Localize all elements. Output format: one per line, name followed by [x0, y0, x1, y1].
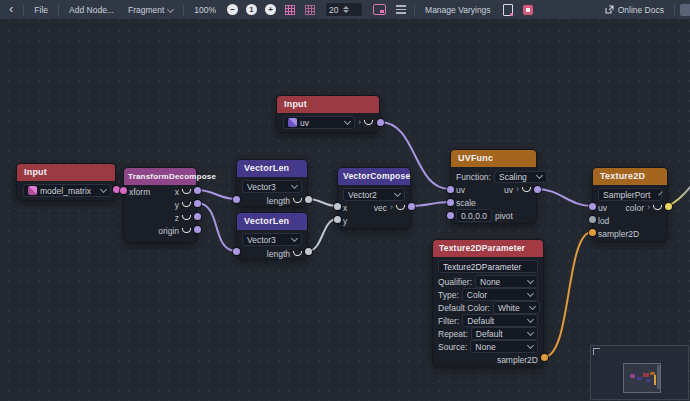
node-title[interactable]: TransformDecompose — [124, 168, 196, 185]
preview-toggle-icon[interactable] — [182, 189, 191, 194]
expand-port-icon[interactable] — [647, 203, 650, 212]
port-out-length2[interactable] — [305, 248, 312, 255]
vector-type-select[interactable]: Vector3 — [242, 233, 302, 246]
minimap-node-marker — [637, 377, 642, 380]
node-title[interactable]: UVFunc — [451, 150, 536, 167]
node-title[interactable]: Texture2D — [593, 168, 667, 185]
vector-type-select[interactable]: Vector3 — [242, 180, 302, 193]
preview-toggle-icon[interactable] — [364, 120, 373, 125]
input-source-select[interactable]: uv — [283, 116, 355, 129]
chevron-down-icon — [344, 118, 351, 125]
port-label-length: length — [267, 196, 290, 206]
port-out-origin[interactable] — [194, 226, 201, 233]
arrange-nodes-icon[interactable] — [396, 5, 406, 14]
wire-vec-to-scale — [411, 202, 450, 206]
preview-toggle-icon[interactable] — [182, 202, 191, 207]
type-label: Type: — [438, 290, 459, 300]
minimap-node-marker — [646, 379, 650, 382]
node-title[interactable]: VectorCompose — [338, 168, 410, 185]
repeat-select[interactable]: Default — [471, 327, 538, 340]
qualifier-select[interactable]: None — [475, 275, 538, 288]
node-vector-len-2[interactable]: VectorLen Vector3 length — [236, 212, 308, 260]
port-out-length1[interactable] — [305, 196, 312, 203]
port-label-length: length — [267, 249, 290, 259]
port-out-parameter-sampler2d[interactable] — [541, 354, 548, 361]
port-in-texture2d-uv[interactable] — [589, 203, 596, 210]
chevron-down-icon — [659, 191, 663, 195]
minimap[interactable] — [590, 345, 689, 400]
expand-port-icon[interactable] — [516, 185, 519, 194]
filter-select[interactable]: Default — [462, 314, 538, 327]
port-in-vectorlen1[interactable] — [233, 196, 240, 203]
shader-code-icon[interactable] — [503, 4, 513, 16]
input-source-select[interactable]: model_matrix — [23, 184, 111, 197]
expand-port-icon[interactable] — [390, 203, 393, 212]
node-title[interactable]: Input — [277, 96, 379, 113]
zoom-out-button[interactable] — [227, 4, 238, 15]
port-in-uvfunc-pivot[interactable] — [447, 212, 454, 219]
node-title[interactable]: Input — [17, 164, 115, 181]
type-select[interactable]: Color — [462, 288, 538, 301]
node-uv-func[interactable]: UVFunc Function: Scaling uvuv scale 0.0,… — [450, 149, 537, 224]
node-texture2d-parameter[interactable]: Texture2DParameter Qualifier:None Type:C… — [432, 239, 544, 367]
node-title[interactable]: Texture2DParameter — [433, 240, 543, 257]
node-transform-decompose[interactable]: TransformDecompose xformx y z origin — [123, 167, 197, 243]
port-out-texture2d-color[interactable] — [665, 203, 672, 210]
zoom-in-button[interactable] — [265, 4, 276, 15]
node-title[interactable]: VectorLen — [237, 213, 307, 230]
minimap-corner-icon — [593, 348, 600, 355]
vector-type-select[interactable]: Vector2 — [343, 188, 405, 201]
node-texture2d[interactable]: Texture2D SamplerPort uvcolor lod sample… — [592, 167, 668, 242]
back-button[interactable] — [4, 2, 18, 17]
port-in-compose-x[interactable] — [334, 203, 341, 210]
preview-toggle-icon[interactable] — [293, 251, 302, 256]
shader-stage-dropdown[interactable]: Fragment — [123, 3, 178, 17]
source-select[interactable]: None — [470, 340, 538, 353]
snap-toggle-icon[interactable] — [285, 5, 295, 15]
preview-toggle-icon[interactable] — [653, 205, 662, 210]
port-out-y[interactable] — [194, 200, 201, 207]
node-vector-len-1[interactable]: VectorLen Vector3 length — [236, 159, 308, 207]
add-node-button[interactable]: Add Node... — [64, 3, 119, 17]
minimap-toggle-icon[interactable] — [373, 4, 386, 15]
parameter-name-input[interactable] — [438, 260, 538, 273]
port-in-texture2d-lod[interactable] — [589, 216, 596, 223]
grid-pattern-icon[interactable] — [305, 5, 315, 15]
port-in-uvfunc-scale[interactable] — [447, 199, 454, 206]
preview-toggle-icon[interactable] — [182, 228, 191, 233]
sampler-port-select[interactable]: SamplerPort — [598, 188, 662, 201]
snap-distance-spinbox[interactable]: 20 — [325, 2, 363, 17]
manage-varyings-button[interactable]: Manage Varyings — [420, 3, 496, 17]
function-select[interactable]: Scaling — [494, 171, 547, 183]
file-menu-button[interactable]: File — [29, 3, 53, 17]
node-vector-compose[interactable]: VectorCompose Vector2 xvec y — [337, 167, 411, 229]
wire-parameter-to-sampler2d — [544, 232, 592, 357]
spinbox-arrows-icon[interactable] — [343, 6, 349, 13]
port-out-model-matrix[interactable] — [113, 186, 120, 193]
online-docs-button[interactable]: Online Docs — [600, 3, 669, 17]
pivot-value-field[interactable]: 0.0,0.0 — [456, 209, 492, 222]
port-out-vec[interactable] — [408, 203, 415, 210]
port-out-uvfunc-uv[interactable] — [534, 186, 541, 193]
preview-toggle-icon[interactable] — [396, 205, 405, 210]
zoom-reset-button[interactable] — [246, 4, 257, 15]
preview-toggle-icon[interactable] — [293, 198, 302, 203]
port-in-uvfunc-uv[interactable] — [447, 186, 454, 193]
default-color-select[interactable]: White — [493, 301, 540, 314]
port-in-compose-y[interactable] — [334, 216, 341, 223]
transform3d-type-icon — [28, 186, 37, 195]
float-panel-icon[interactable] — [680, 4, 690, 16]
color-rect-icon[interactable] — [523, 5, 533, 15]
node-title[interactable]: VectorLen — [237, 160, 307, 177]
port-in-texture2d-sampler2d[interactable] — [589, 229, 596, 236]
node-input-model-matrix[interactable]: Input model_matrix — [16, 163, 116, 201]
port-out-z[interactable] — [194, 213, 201, 220]
preview-toggle-icon[interactable] — [182, 215, 191, 220]
port-in-vectorlen2[interactable] — [233, 248, 240, 255]
port-in-xform[interactable] — [120, 187, 127, 194]
port-out-uv-input[interactable] — [377, 119, 384, 126]
expand-port-icon[interactable] — [358, 118, 361, 127]
port-out-x[interactable] — [194, 187, 201, 194]
node-input-uv[interactable]: Input uv — [276, 95, 380, 133]
preview-toggle-icon[interactable] — [522, 187, 531, 192]
